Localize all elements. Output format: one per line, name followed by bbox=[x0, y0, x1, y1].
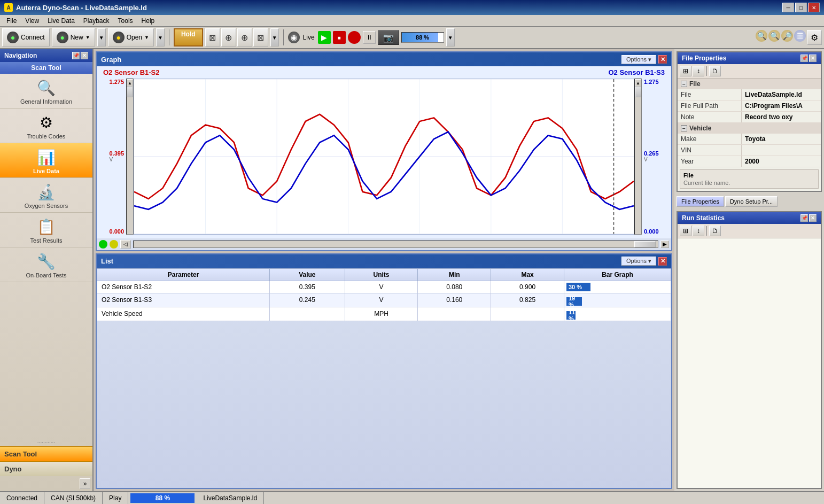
list-icon[interactable]: ☰ bbox=[794, 30, 806, 42]
col-min: Min bbox=[418, 268, 491, 281]
right-scrollbar[interactable]: ▲ bbox=[634, 79, 642, 235]
menu-live-data[interactable]: Live Data bbox=[43, 16, 79, 26]
fp-toolbar-view[interactable]: 🗋 bbox=[709, 66, 721, 76]
sidebar-item-oxygen-sensors[interactable]: 🔬 Oxygen Sensors bbox=[0, 178, 92, 213]
nav-left[interactable]: ⊕ bbox=[221, 28, 236, 46]
rs-toolbar-sort[interactable]: ↕ bbox=[693, 226, 704, 236]
scroll-thumb-right[interactable] bbox=[635, 87, 641, 97]
sidebar-expand: » bbox=[0, 476, 92, 491]
sidebar-expand-button[interactable]: » bbox=[80, 478, 90, 489]
sidebar-item-trouble-codes[interactable]: ⚙ Trouble Codes bbox=[0, 108, 92, 143]
hold-button[interactable]: Hold bbox=[174, 28, 203, 46]
fp-toolbar-sort[interactable]: ↕ bbox=[693, 66, 704, 76]
rs-toolbar-view[interactable]: 🗋 bbox=[709, 226, 721, 236]
year-key: Year bbox=[678, 156, 742, 167]
record-button[interactable] bbox=[348, 31, 361, 44]
stop-button[interactable]: ■ bbox=[333, 31, 346, 44]
graph-body: 1.275 0.395 V 0.000 ▲ bbox=[97, 79, 671, 235]
graph-pause-btn[interactable] bbox=[110, 240, 118, 249]
scroll-right-btn[interactable]: ▶ bbox=[660, 241, 669, 248]
file-properties-header: File Properties 📌 ✕ bbox=[678, 52, 821, 64]
left-scrollbar[interactable]: ▲ bbox=[126, 79, 134, 235]
camera-icon[interactable]: 📷 bbox=[378, 30, 399, 45]
y-axis-right: 1.275 0.265 V 0.000 bbox=[642, 79, 671, 235]
open-dropdown-icon: ▼ bbox=[144, 35, 149, 40]
list-options-button[interactable]: Options ▾ bbox=[621, 257, 656, 266]
title-bar: A Auterra Dyno-Scan - LiveDataSample.ld … bbox=[0, 0, 824, 15]
cell-bar: 30 % bbox=[564, 281, 671, 293]
file-collapse-btn[interactable]: − bbox=[681, 81, 687, 87]
zoom-in-icon[interactable]: 🔍 bbox=[756, 30, 767, 42]
vehicle-collapse-btn[interactable]: − bbox=[681, 125, 687, 131]
sidebar-item-on-board-tests-label: On-Board Tests bbox=[26, 272, 66, 278]
graph-scrollbar-x[interactable] bbox=[133, 241, 658, 248]
sidebar-pin-button[interactable]: 📌 bbox=[72, 52, 80, 59]
menu-tools[interactable]: Tools bbox=[114, 16, 137, 26]
graph-back-btn[interactable]: ◁ bbox=[120, 240, 131, 249]
close-button[interactable]: ✕ bbox=[808, 3, 820, 12]
new-label: New bbox=[71, 34, 83, 41]
info-bar-title: File bbox=[683, 172, 815, 179]
sidebar-item-test-results-label: Test Results bbox=[30, 237, 63, 244]
sidebar-item-live-data[interactable]: 📊 Live Data bbox=[0, 143, 92, 178]
minimize-button[interactable]: ─ bbox=[782, 3, 794, 12]
sidebar-item-on-board-tests[interactable]: 🔧 On-Board Tests bbox=[0, 247, 92, 282]
dyno-setup-tab[interactable]: Dyno Setup Pr... bbox=[725, 196, 778, 207]
rs-toolbar-grid[interactable]: ⊞ bbox=[680, 226, 691, 236]
y-right-top: 1.275 bbox=[644, 79, 659, 130]
new-arrow[interactable]: ▼ bbox=[97, 28, 106, 46]
progress-arrow[interactable]: ▼ bbox=[446, 28, 455, 46]
y-right-unit: V bbox=[644, 157, 659, 162]
sidebar-header: Navigation 📌 ✕ bbox=[0, 49, 92, 62]
rs-close-button[interactable]: ✕ bbox=[809, 214, 817, 222]
open-arrow[interactable]: ▼ bbox=[156, 28, 165, 46]
test-results-icon: 📋 bbox=[36, 216, 57, 237]
open-button[interactable]: ● Open ▼ bbox=[108, 28, 154, 46]
file-properties-tab[interactable]: File Properties bbox=[677, 196, 724, 207]
menu-help[interactable]: Help bbox=[137, 16, 159, 26]
settings-button[interactable]: ⚙ bbox=[807, 30, 822, 45]
col-bar: Bar Graph bbox=[564, 268, 671, 281]
fp-toolbar-grid[interactable]: ⊞ bbox=[680, 66, 691, 76]
center-content: Graph Options ▾ ✕ O2 Sensor B1-S2 O2 Sen… bbox=[94, 49, 674, 491]
fp-close-button[interactable]: ✕ bbox=[809, 55, 817, 62]
tb-separator-2 bbox=[283, 29, 284, 45]
cell-max: 0.825 bbox=[491, 293, 564, 307]
menu-playback[interactable]: Playback bbox=[79, 16, 114, 26]
graph-options-button[interactable]: Options ▾ bbox=[621, 55, 656, 64]
sidebar-close-button[interactable]: ✕ bbox=[81, 52, 88, 59]
sidebar-header-title: Navigation bbox=[4, 52, 37, 59]
graph-play-btn[interactable] bbox=[99, 240, 107, 249]
zoom-fit-icon[interactable]: 🔎 bbox=[781, 30, 793, 42]
scroll-up-right[interactable]: ▲ bbox=[635, 79, 641, 87]
menu-bar: File View Live Data Playback Tools Help bbox=[0, 15, 824, 27]
new-button[interactable]: ● New ▼ bbox=[52, 28, 95, 46]
rs-header-controls: 📌 ✕ bbox=[800, 214, 817, 222]
nav-right[interactable]: ⊕ bbox=[237, 28, 252, 46]
props-content: − File File LiveDataSample.ld File Full … bbox=[678, 79, 821, 167]
menu-view[interactable]: View bbox=[21, 16, 43, 26]
list-close-button[interactable]: ✕ bbox=[658, 257, 667, 266]
rs-pin-button[interactable]: 📌 bbox=[800, 214, 808, 222]
connect-button[interactable]: ● Connect bbox=[2, 28, 50, 46]
graph-close-button[interactable]: ✕ bbox=[658, 55, 667, 64]
scroll-thumb-left[interactable] bbox=[127, 87, 133, 97]
scrollbar-thumb-x[interactable] bbox=[634, 241, 656, 247]
maximize-button[interactable]: □ bbox=[795, 3, 807, 12]
dyno-tab[interactable]: Dyno bbox=[0, 461, 92, 476]
nav-right-right[interactable]: ⊠ bbox=[253, 28, 268, 46]
play-button[interactable]: ▶ bbox=[318, 31, 331, 44]
sidebar-item-general-information[interactable]: 🔍 General Information bbox=[0, 74, 92, 108]
zoom-out-icon[interactable]: 🔍 bbox=[768, 30, 780, 42]
menu-file[interactable]: File bbox=[2, 16, 21, 26]
scroll-up-left[interactable]: ▲ bbox=[127, 79, 133, 87]
sensor2-label: O2 Sensor B1-S3 bbox=[609, 68, 665, 76]
main-layout: Navigation 📌 ✕ Scan Tool 🔍 General Infor… bbox=[0, 49, 824, 491]
nav-arrow-down[interactable]: ▼ bbox=[270, 28, 279, 46]
fp-pin-button[interactable]: 📌 bbox=[800, 55, 808, 62]
table-row: O2 Sensor B1-S20.395V0.0800.90030 % bbox=[97, 281, 671, 293]
pause-button[interactable]: ⏸ bbox=[363, 31, 376, 44]
sidebar-item-test-results[interactable]: 📋 Test Results bbox=[0, 213, 92, 247]
nav-left-left[interactable]: ⊠ bbox=[205, 28, 220, 46]
scan-tool-tab[interactable]: Scan Tool bbox=[0, 446, 92, 461]
